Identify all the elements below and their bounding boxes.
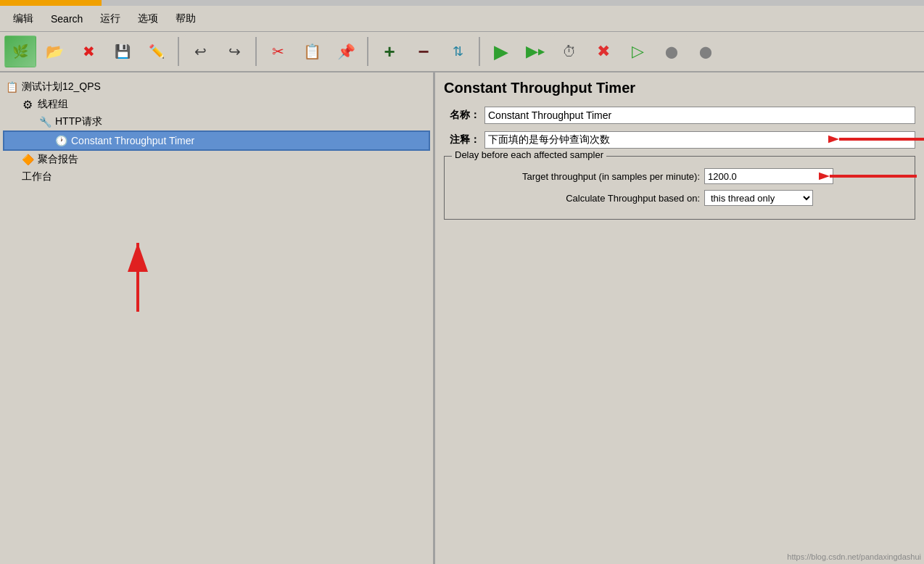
watermark: https://blog.csdn.net/pandaxingdashui	[787, 552, 921, 561]
tree-item-plan[interactable]: 📋 测试计划12_QPS	[3, 78, 430, 96]
calculate-select[interactable]: this thread only	[704, 190, 813, 206]
close-button[interactable]: ✖	[73, 36, 104, 67]
new-button[interactable]: 🌿	[4, 36, 36, 67]
arrow-annotation-tree	[87, 232, 203, 319]
name-row: 名称：	[444, 107, 915, 124]
stop-timer-button[interactable]: ⏱	[553, 36, 585, 67]
separator-3	[367, 37, 368, 66]
comment-input[interactable]	[484, 131, 915, 149]
throughput-input[interactable]	[704, 168, 833, 184]
dots2-button[interactable]: ⬤	[690, 36, 722, 67]
name-input[interactable]	[484, 107, 915, 124]
main-content: 📋 测试计划12_QPS ⚙ 线程组 🔧 HTTP请求 🕐 Constant T…	[0, 72, 924, 564]
remove-button[interactable]: −	[408, 36, 440, 67]
timer-icon: 🕐	[54, 133, 68, 148]
http-request-icon: 🔧	[38, 115, 52, 129]
redo-button[interactable]: ↪	[218, 36, 250, 67]
open-button[interactable]: 📂	[38, 36, 70, 67]
left-panel: 📋 测试计划12_QPS ⚙ 线程组 🔧 HTTP请求 🕐 Constant T…	[0, 72, 435, 564]
run-button[interactable]: ▶	[485, 36, 517, 67]
right-panel: Constant Throughput Timer 名称： 注释： Delay …	[435, 72, 924, 564]
tree-label-aggregate: 聚合报告	[38, 153, 78, 166]
menu-bar: 编辑 Search 运行 选项 帮助	[0, 6, 924, 32]
title-bar-strip	[0, 0, 102, 6]
tree-label-workbench: 工作台	[22, 170, 52, 183]
arrow-annotation-throughput	[819, 165, 920, 187]
workbench-icon	[4, 170, 19, 184]
paste-button[interactable]: 📌	[330, 36, 362, 67]
group-box-title: Delay before each affected sampler	[452, 149, 606, 160]
tree-label-timer: Constant Throughput Timer	[71, 135, 194, 146]
menu-help[interactable]: 帮助	[168, 9, 203, 28]
move-up-button[interactable]: ⇅	[442, 36, 474, 67]
separator-4	[479, 37, 480, 66]
save-button[interactable]: 💾	[107, 36, 139, 67]
menu-run[interactable]: 运行	[93, 9, 128, 28]
separator-1	[178, 37, 179, 66]
panel-title: Constant Throughput Timer	[444, 80, 915, 96]
remote-run-button[interactable]: ▷	[622, 36, 653, 67]
comment-row: 注释：	[444, 131, 915, 149]
add-button[interactable]: +	[374, 36, 405, 67]
aggregate-icon: 🔶	[20, 152, 35, 167]
run-with-workers-button[interactable]: ▶▶	[519, 36, 551, 67]
tree-item-aggregate[interactable]: 🔶 聚合报告	[3, 151, 430, 168]
throughput-group: Delay before each affected sampler Targe…	[444, 156, 915, 220]
menu-options[interactable]: 选项	[131, 9, 165, 28]
tree-label-http-request: HTTP请求	[55, 115, 102, 128]
tree-label-thread-group: 线程组	[38, 98, 68, 111]
copy-button[interactable]: 📋	[296, 36, 328, 67]
throughput-label: Target throughput (in samples per minute…	[453, 171, 700, 182]
thread-group-icon: ⚙	[20, 97, 35, 112]
tree-label-plan: 测试计划12_QPS	[22, 80, 101, 94]
throughput-row: Target throughput (in samples per minute…	[453, 168, 906, 184]
calculate-label: Calculate Throughput based on:	[453, 193, 700, 204]
name-label: 名称：	[444, 109, 480, 122]
cut-button[interactable]: ✂	[262, 36, 294, 67]
stop-button[interactable]: ✖	[587, 36, 619, 67]
toolbar: 🌿 📂 ✖ 💾 ✏️ ↩ ↪ ✂ 📋 📌 + − ⇅ ▶ ▶▶ ⏱ ✖ ▷ ⬤ …	[0, 32, 924, 72]
tree-item-http-request[interactable]: 🔧 HTTP请求	[3, 113, 430, 130]
edit-button[interactable]: ✏️	[141, 36, 173, 67]
undo-button[interactable]: ↩	[184, 36, 216, 67]
tree-item-thread-group[interactable]: ⚙ 线程组	[3, 96, 430, 113]
plan-icon: 📋	[4, 80, 19, 94]
separator-2	[255, 37, 257, 66]
dots1-button[interactable]: ⬤	[656, 36, 688, 67]
tree-item-timer[interactable]: 🕐 Constant Throughput Timer	[3, 130, 430, 151]
comment-label: 注释：	[444, 133, 480, 146]
calculate-row: Calculate Throughput based on: this thre…	[453, 190, 906, 206]
menu-search[interactable]: Search	[44, 10, 90, 28]
menu-edit[interactable]: 编辑	[6, 9, 41, 28]
tree-item-workbench[interactable]: 工作台	[3, 168, 430, 186]
